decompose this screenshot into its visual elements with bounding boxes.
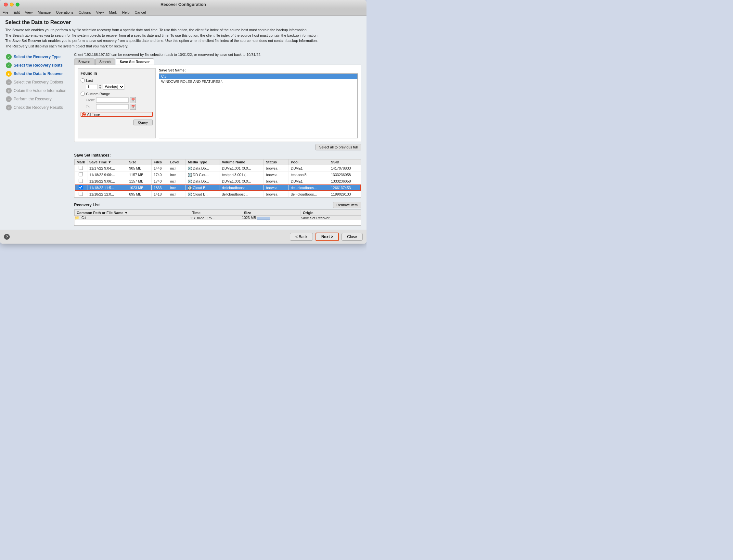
query-button[interactable]: Query — [133, 120, 153, 125]
remove-item-button[interactable]: Remove Item — [333, 202, 361, 208]
row-level: incr — [168, 185, 186, 191]
last-radio-row: Last — [81, 78, 153, 83]
instances-title: Save Set Instances: — [74, 153, 361, 158]
menu-mark[interactable]: Mark — [109, 10, 117, 14]
sidebar-label-recovery-options: Select the Recovery Options — [14, 80, 63, 84]
row-checkbox-4[interactable] — [79, 192, 83, 196]
custom-range-radio[interactable] — [81, 92, 85, 96]
media-type-icon: 💽 — [188, 173, 192, 177]
to-calendar-btn[interactable]: 📅 — [130, 104, 136, 110]
row-volume-name: dellcloudboost... — [220, 191, 264, 197]
row-level: incr — [168, 178, 186, 185]
body-layout: ✓ Select the Recovery Type ✓ Select the … — [5, 53, 361, 226]
menu-operations[interactable]: Operations — [56, 10, 73, 14]
row-checkbox-2[interactable] — [79, 179, 83, 183]
alltime-radio-row: All Time — [81, 112, 153, 117]
col-save-time[interactable]: Save Time ▼ — [87, 159, 127, 165]
menu-bar: File Edit View Manage Operations Options… — [0, 9, 367, 16]
window-title: Recover Configuration — [161, 2, 206, 7]
two-col-layout: Found in Last ▲ ▼ — [78, 68, 358, 138]
row-pool: dell-cloudboos... — [289, 191, 329, 197]
recovery-table-container: Common Path or File Name ▼ Time Size Ori… — [74, 210, 361, 226]
tab-panel-content: Found in Last ▲ ▼ — [74, 65, 361, 142]
col-size: Size — [127, 159, 152, 165]
from-row: From: 📅 — [86, 97, 153, 103]
row-status: browsa... — [264, 185, 289, 191]
maximize-btn[interactable] — [16, 3, 19, 6]
sidebar-label-perform-recovery: Perform the Recovery — [14, 97, 52, 101]
sidebar-item-recovery-hosts[interactable]: ✓ Select the Recovery Hosts — [5, 61, 70, 70]
saveset-name-list[interactable]: C:\ WINDOWS ROLES AND FEATURES:\ — [159, 73, 358, 138]
select-all-previous-full-button[interactable]: Select all to previous full — [315, 144, 361, 150]
menu-view2[interactable]: View — [96, 10, 104, 14]
from-input[interactable] — [96, 97, 129, 103]
saveset-name-title: Save Set Name: — [159, 68, 358, 72]
row-files: 1418 — [152, 191, 168, 197]
menu-cancel[interactable]: Cancel — [135, 10, 146, 14]
tab-saveset[interactable]: Save Set Recover — [116, 58, 154, 65]
minimize-btn[interactable] — [10, 3, 14, 6]
main-window: Recover Configuration File Edit View Man… — [0, 0, 367, 244]
week-up-btn[interactable]: ▲ — [99, 84, 101, 87]
sidebar-label-recovery-hosts: Select the Recovery Hosts — [14, 63, 63, 68]
to-row: To: 📅 — [86, 104, 153, 110]
saveset-item-windows-roles[interactable]: WINDOWS ROLES AND FEATURES:\ — [159, 79, 357, 84]
help-button[interactable]: ? — [4, 234, 10, 240]
row-status: browsa... — [264, 172, 289, 178]
col-mark: Mark — [75, 159, 87, 165]
row-save-time: 11/18/22 9:06:... — [87, 172, 127, 178]
row-ssid: 1333236058 — [329, 178, 361, 185]
col-ssid: SSID — [329, 159, 361, 165]
row-checkbox-0[interactable] — [79, 166, 83, 170]
col-pool: Pool — [289, 159, 329, 165]
tab-search[interactable]: Search — [95, 58, 115, 65]
row-ssid: 1199029133 — [329, 191, 361, 197]
row-files: 1446 — [152, 165, 168, 172]
col-files: Files — [152, 159, 168, 165]
sidebar-item-perform-recovery: ○ Perform the Recovery — [5, 95, 70, 103]
recovery-table-header: Common Path or File Name ▼ Time Size Ori… — [75, 210, 361, 216]
week-value-input[interactable] — [86, 84, 97, 89]
week-unit-select[interactable]: Week(s) — [103, 84, 124, 90]
titlebar: Recover Configuration — [0, 0, 367, 9]
row-media-type: 💽 Data Do... — [186, 178, 220, 185]
to-input[interactable] — [96, 104, 129, 109]
from-calendar-btn[interactable]: 📅 — [130, 97, 136, 103]
row-files: 1740 — [152, 172, 168, 178]
saveset-item-c-drive[interactable]: C:\ — [159, 74, 357, 79]
row-files: 1833 — [152, 185, 168, 191]
tab-browse[interactable]: Browse — [74, 58, 95, 65]
main-content: Select the Data to Recover The Browse ta… — [0, 16, 367, 230]
close-button[interactable]: Close — [341, 233, 363, 241]
menu-options[interactable]: Options — [79, 10, 91, 14]
row-pool: DDVE1 — [289, 165, 329, 172]
menu-view[interactable]: View — [25, 10, 33, 14]
row-checkbox-3[interactable] — [79, 185, 83, 189]
menu-manage[interactable]: Manage — [38, 10, 51, 14]
sidebar-item-recovery-type[interactable]: ✓ Select the Recovery Type — [5, 53, 70, 61]
recovery-section: Recovery List Remove Item Common Path or… — [74, 202, 361, 226]
sidebar-item-data-to-recover[interactable]: ● Select the Data to Recover — [5, 70, 70, 78]
media-type-icon: 💽 — [188, 167, 192, 170]
row-media-type: 💽 Cloud B... — [186, 185, 220, 191]
row-ssid: 1266137453 — [329, 185, 361, 191]
row-mark-cell — [75, 165, 87, 172]
row-files: 1740 — [152, 178, 168, 185]
next-button[interactable]: Next > — [315, 233, 339, 241]
row-pool: test-pool3 — [289, 172, 329, 178]
week-down-btn[interactable]: ▼ — [99, 87, 101, 90]
menu-help[interactable]: Help — [122, 10, 130, 14]
media-type-icon: 💽 — [188, 186, 192, 190]
row-pool: dell-cloudboos... — [289, 185, 329, 191]
close-window-btn[interactable] — [4, 3, 8, 6]
last-radio[interactable] — [81, 78, 85, 83]
row-checkbox-1[interactable] — [79, 172, 83, 176]
menu-file[interactable]: File — [3, 10, 8, 14]
back-button[interactable]: < Back — [290, 233, 313, 241]
status-icon-volume-info: ○ — [6, 88, 12, 94]
recovery-col-size: Size — [242, 210, 301, 216]
col-level: Level — [168, 159, 186, 165]
menu-edit[interactable]: Edit — [14, 10, 20, 14]
instances-table-container: Mark Save Time ▼ Size Files Level Media … — [74, 159, 361, 198]
from-label: From: — [86, 98, 95, 102]
